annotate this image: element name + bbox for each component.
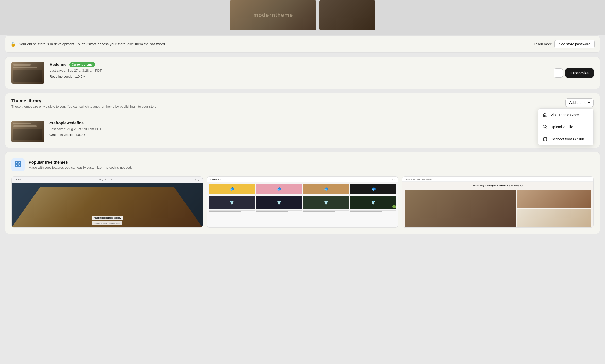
popular-themes-text: Popular free themes Made with core featu… [29, 160, 132, 169]
themes-grid-icon [15, 161, 21, 169]
craft-preview-container: Home Shop About Blog Contact ⌕ ◻ S [402, 177, 593, 227]
library-theme-version-row: Craftopia version 1.0.0 ▾ [49, 133, 564, 137]
svg-rect-1 [15, 161, 18, 163]
lock-icon: 🔒 [10, 41, 16, 47]
spotlight-product-4: ✓ 👕 [350, 196, 396, 209]
spotlight-icon-2: □ [394, 178, 395, 180]
connect-github-label: Connect from GitHub [551, 137, 584, 141]
price-value-3 [303, 211, 335, 212]
popular-themes-desc: Made with core features you can easily c… [29, 166, 132, 169]
price-col-1 [209, 210, 255, 212]
price-col-2 [256, 210, 302, 212]
add-theme-chevron-icon: ▾ [588, 101, 590, 105]
current-theme-version-row: Redefine version 1.0.0 ▾ [49, 75, 549, 78]
upload-zip-label: Upload zip file [551, 125, 573, 129]
craft-img-grid [402, 190, 593, 227]
craft-nav-1: Home [406, 178, 410, 180]
current-theme-version: Redefine version 1.0.0 [49, 75, 82, 78]
upload-zip-item[interactable]: Upload zip file [538, 121, 593, 133]
spotlight-nav-icons: △ □ [392, 178, 395, 180]
theme-name-row: Redefine Current theme [49, 62, 549, 67]
current-theme-name: Redefine [49, 62, 67, 67]
spotlight-icon-1: △ [392, 178, 393, 180]
connect-github-item[interactable]: Connect from GitHub [538, 133, 593, 145]
library-theme-name-row: craftopia-redefine [49, 121, 564, 125]
current-theme-badge: Current theme [69, 62, 95, 67]
see-password-button[interactable]: See store password [554, 40, 595, 48]
price-col-3 [303, 210, 349, 212]
dawn-hero: Industrial design meets fashion. Obsessi… [12, 183, 203, 227]
learn-more-button[interactable]: Learn more [534, 42, 552, 46]
library-theme-header: craftopia-redefine Last saved: Aug 29 at… [11, 121, 594, 142]
theme-preview-bar: moderntheme [0, 0, 605, 35]
upload-icon [543, 124, 548, 130]
dawn-nav-1: Shop [99, 179, 103, 181]
preview-image-main: moderntheme [230, 0, 316, 30]
svg-rect-4 [19, 165, 21, 167]
preview-image-secondary [319, 0, 375, 30]
library-divider [11, 117, 594, 117]
current-theme-card: Redefine Current theme Last saved: Sep 2… [5, 57, 600, 89]
library-thumbnail-inner [11, 121, 44, 142]
price-label-3 [303, 210, 349, 211]
craft-small-image-1 [517, 190, 591, 208]
lib-thumb-img-block [13, 129, 42, 140]
popular-themes-title: Popular free themes [29, 160, 132, 165]
hat-black: 🧢 [350, 184, 396, 194]
theme-library-card: Theme library These themes are only visi… [5, 93, 600, 148]
craft-hero-text: Sustainably crafted goods to elevate you… [402, 182, 593, 188]
dawn-preview-container: DAWN Shop About Contact ⌕ ◻ [12, 177, 203, 227]
craft-search-icon: ⌕ [587, 178, 588, 180]
dawn-hero-image: Industrial design meets fashion. Obsessi… [12, 183, 203, 227]
price-label-1 [209, 210, 255, 211]
current-theme-info: Redefine Current theme Last saved: Sep 2… [49, 62, 549, 78]
spotlight-product-3: 👕 [303, 196, 349, 209]
craft-nav-3: About [416, 178, 420, 180]
price-value-2 [256, 211, 288, 212]
dawn-sub-tagline: Obsessive Attention. Intelligent Effort. [92, 221, 122, 225]
current-theme-saved: Last saved: Sep 27 at 3:28 am PDT [49, 69, 549, 72]
hat-pink: 🧢 [256, 184, 302, 194]
thumb-line-1 [13, 64, 31, 66]
add-theme-dropdown-wrapper: Add theme ▾ Visit Theme Store [565, 98, 594, 107]
svg-rect-2 [19, 161, 21, 163]
thumb-line-2 [13, 67, 37, 68]
library-theme-info: craftopia-redefine Last saved: Aug 29 at… [49, 121, 564, 137]
spotlight-logo: SPOTLIGHT [210, 178, 221, 180]
theme-library-section: Theme library These themes are only visi… [5, 93, 600, 148]
craft-small-image-2 [517, 209, 591, 228]
customize-button[interactable]: Customize [565, 68, 594, 78]
dev-notice-bar: 🔒 Your online store is in development. T… [5, 35, 600, 53]
dawn-theme-card[interactable]: DAWN Shop About Contact ⌕ ◻ [11, 176, 203, 228]
spotlight-top-bar: SPOTLIGHT △ □ [207, 177, 398, 182]
dawn-nav-3: Contact [111, 179, 116, 181]
price-label-4 [350, 210, 396, 211]
thumb-img-block [13, 70, 42, 82]
current-theme-more-button[interactable]: ··· [554, 68, 563, 78]
version-chevron-icon[interactable]: ▾ [83, 75, 85, 78]
craft-nav-4: Blog [422, 178, 425, 180]
lib-thumb-line-1 [13, 123, 31, 124]
visit-theme-store-label: Visit Theme Store [551, 113, 579, 117]
lib-version-chevron-icon[interactable]: ▾ [84, 133, 85, 136]
spotlight-theme-card[interactable]: SPOTLIGHT △ □ 🧢 🧢 🧢 🧢 [207, 176, 398, 228]
dev-notice-actions: Learn more See store password [534, 40, 595, 48]
craft-nav-2: Shop [411, 178, 415, 180]
library-header-left: Theme library These themes are only visi… [11, 98, 157, 113]
dev-notice-text: Your online store is in development. To … [19, 42, 531, 46]
hat-yellow: 🧢 [209, 184, 255, 194]
price-label-2 [256, 210, 302, 211]
svg-rect-3 [15, 165, 18, 167]
current-theme-header: Redefine Current theme Last saved: Sep 2… [11, 62, 594, 84]
spotlight-product-2: 👕 [256, 196, 302, 209]
github-icon [543, 137, 548, 142]
spotlight-prices [207, 210, 398, 213]
visit-theme-store-item[interactable]: Visit Theme Store [538, 109, 593, 121]
library-description: These themes are only visible to you. Yo… [11, 105, 157, 108]
craft-theme-preview: Home Shop About Blog Contact ⌕ ◻ S [402, 177, 593, 227]
craft-nav-icons: ⌕ ◻ [587, 178, 590, 180]
craft-theme-card[interactable]: Home Shop About Blog Contact ⌕ ◻ S [402, 176, 594, 228]
dawn-cart-icon: ◻ [198, 179, 199, 181]
library-theme-name: craftopia-redefine [49, 121, 84, 125]
add-theme-button[interactable]: Add theme ▾ [565, 98, 594, 107]
